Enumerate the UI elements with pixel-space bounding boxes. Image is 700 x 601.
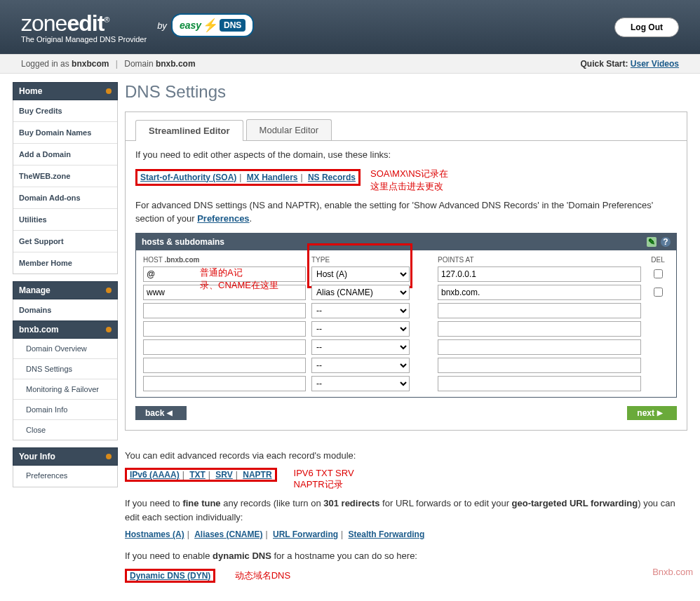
dot-icon (106, 288, 112, 293)
sidebar-item[interactable]: Domains (13, 299, 117, 320)
page-title: DNS Settings (125, 82, 687, 102)
arrow-left-icon: ◀ (167, 409, 173, 417)
txt-link[interactable]: TXT (189, 470, 206, 480)
back-button[interactable]: back ◀ (135, 406, 187, 420)
logo-tagline: The Original Managed DNS Provider (21, 35, 147, 43)
arrow-right-icon: ▶ (657, 409, 663, 417)
points-input[interactable] (438, 339, 641, 355)
type-select[interactable]: Host (A) (311, 266, 410, 282)
table-row: -- (140, 338, 672, 356)
points-input[interactable] (438, 376, 641, 391)
sidebar-item[interactable]: Preferences (13, 466, 117, 485)
aliases-link[interactable]: Aliases (CNAME) (194, 529, 262, 539)
type-select[interactable]: -- (311, 358, 410, 373)
status-bar: Logged in as bnxbcom | Domain bnxb.com Q… (0, 54, 700, 74)
type-select[interactable]: -- (311, 303, 410, 318)
records-panel: hosts & subdomains ✎ ? HOST .bnxb.com TY… (135, 233, 677, 398)
tab-modular[interactable]: Modular Editor (246, 119, 332, 140)
srv-link[interactable]: SRV (215, 470, 232, 480)
table-row: -- (140, 374, 672, 393)
advanced-text: For advanced DNS settings (NS and NAPTR)… (135, 198, 677, 226)
sidebar-item[interactable]: Monitoring & Failover (13, 379, 117, 400)
annotation-box-3: IPv6 (AAAA)| TXT| SRV| NAPTR (125, 468, 277, 482)
header: zoneedit® The Original Managed DNS Provi… (0, 0, 700, 54)
sidebar-manage-header[interactable]: Manage (13, 281, 118, 299)
annotation-text-1: SOA\MX\NS记录在这里点击进去更改 (370, 168, 448, 193)
dyndns-text: If you need to enable dynamic DNS for a … (125, 549, 687, 563)
help-icon[interactable]: ? (661, 237, 671, 247)
preferences-link[interactable]: Preferences (197, 213, 249, 224)
host-input[interactable] (143, 376, 306, 391)
type-select[interactable]: -- (311, 321, 410, 337)
sidebar: Home Buy CreditsBuy Domain NamesAdd a Do… (13, 82, 118, 487)
logout-button[interactable]: Log Out (614, 18, 679, 37)
points-input[interactable] (438, 321, 641, 337)
ipv6-link[interactable]: IPv6 (AAAA) (130, 470, 180, 480)
del-checkbox[interactable] (654, 288, 663, 297)
advanced-records-text: You can edit advanced records via each r… (125, 449, 687, 463)
host-input[interactable] (143, 339, 306, 355)
logo[interactable]: zoneedit® The Original Managed DNS Provi… (21, 11, 147, 43)
points-input[interactable] (438, 285, 641, 300)
by-label: by (157, 20, 167, 31)
type-select[interactable]: Alias (CNAME) (311, 285, 410, 300)
points-input[interactable] (438, 266, 641, 282)
host-input[interactable] (143, 321, 306, 337)
del-checkbox[interactable] (654, 269, 663, 278)
hostnames-link[interactable]: Hostnames (A) (125, 529, 184, 539)
table-row: -- (140, 302, 672, 320)
dyndns-link[interactable]: Dynamic DNS (DYN) (130, 571, 210, 581)
sidebar-item[interactable]: Buy Credits (13, 100, 117, 122)
stealthfwd-link[interactable]: Stealth Forwarding (349, 529, 425, 539)
type-select[interactable]: -- (311, 376, 410, 391)
records-header-label: hosts & subdomains (142, 237, 224, 247)
sidebar-item[interactable]: DNS Settings (13, 359, 117, 379)
ns-link[interactable]: NS Records (308, 173, 356, 182)
annotation-box-5: Dynamic DNS (DYN) (125, 569, 215, 583)
tab-row: Streamlined Editor Modular Editor (126, 112, 687, 141)
main-content: DNS Settings Streamlined Editor Modular … (125, 82, 687, 583)
logo-area: zoneedit® The Original Managed DNS Provi… (21, 11, 254, 43)
dot-icon (106, 327, 112, 332)
tab-streamlined[interactable]: Streamlined Editor (135, 120, 243, 141)
sidebar-item[interactable]: Add a Domain (13, 144, 117, 166)
naptr-link[interactable]: NAPTR (243, 470, 271, 480)
annotation-text-3: IPV6 TXT SRVNAPTR记录 (294, 468, 354, 491)
edit-icon[interactable]: ✎ (647, 237, 657, 247)
points-input[interactable] (438, 303, 641, 318)
sidebar-item[interactable]: Get Support (13, 231, 117, 252)
sidebar-item[interactable]: TheWEB.zone (13, 166, 117, 187)
dot-icon (106, 454, 112, 459)
sidebar-item[interactable]: Close (13, 420, 117, 440)
sidebar-domain-header[interactable]: bnxb.com (13, 320, 118, 339)
sidebar-item[interactable]: Utilities (13, 209, 117, 231)
next-button[interactable]: next ▶ (627, 406, 677, 420)
easydns-badge[interactable]: easy⚡DNS (171, 13, 255, 37)
annotation-box-1: Start-of-Authority (SOA)| MX Handlers| N… (135, 169, 361, 186)
dot-icon (106, 88, 112, 94)
mx-link[interactable]: MX Handlers (247, 173, 298, 182)
host-input[interactable] (143, 303, 306, 318)
sidebar-item[interactable]: Domain Add-ons (13, 187, 117, 209)
sidebar-item[interactable]: Member Home (13, 252, 117, 274)
soa-link[interactable]: Start-of-Authority (SOA) (140, 173, 236, 182)
finetune-text: If you need to fine tune any records (li… (125, 497, 687, 524)
watermark: Bnxb.com (652, 567, 693, 577)
points-input[interactable] (438, 358, 641, 373)
sidebar-item[interactable]: Domain Overview (13, 339, 117, 359)
annotation-text-2: 普通的A记录、CNAME在这里 (200, 266, 278, 292)
host-input[interactable] (143, 358, 306, 373)
user-videos-link[interactable]: User Videos (631, 59, 679, 69)
sidebar-item[interactable]: Buy Domain Names (13, 122, 117, 144)
table-row: -- (140, 356, 672, 374)
annotation-text-5: 动态域名DNS (235, 570, 290, 581)
type-select[interactable]: -- (311, 339, 410, 355)
bolt-icon: ⚡ (203, 18, 218, 33)
sidebar-home-header[interactable]: Home (13, 82, 118, 100)
intro-text: If you need to edit other aspects of the… (135, 148, 677, 162)
table-row: -- (140, 320, 672, 338)
sidebar-item[interactable]: Domain Info (13, 400, 117, 420)
sidebar-yourinfo-header[interactable]: Your Info (13, 447, 118, 466)
urlfwd-link[interactable]: URL Forwarding (273, 529, 338, 539)
